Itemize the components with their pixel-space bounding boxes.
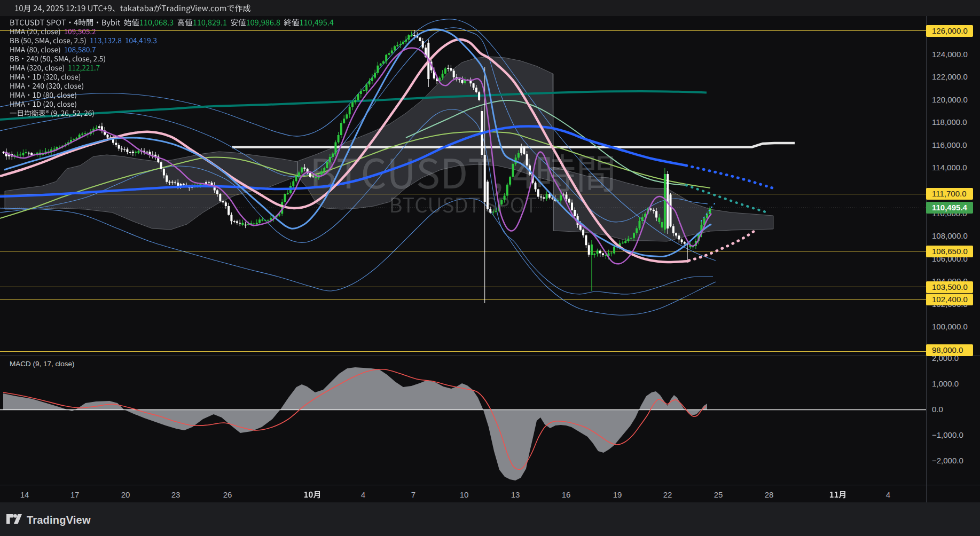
svg-text:TradingView: TradingView xyxy=(27,514,91,526)
